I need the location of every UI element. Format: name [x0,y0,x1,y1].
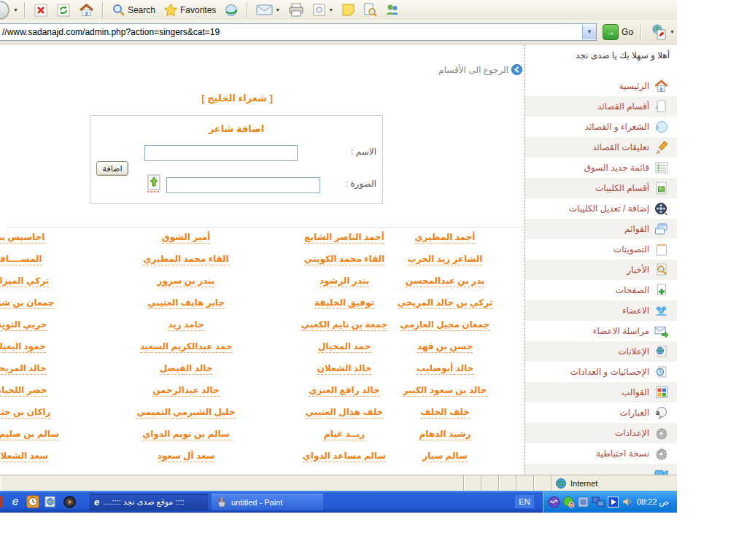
task-button-website[interactable]: e ....:::: موقع صدى نجد :::: [90,494,208,510]
poet-link[interactable]: خلف هذال العتيبي [271,404,417,426]
poet-link[interactable]: جمعان بن شرثان [0,295,91,316]
poet-link[interactable]: زيــد غيام [271,426,417,448]
poet-link[interactable]: بندر الرشود [271,273,417,295]
address-input[interactable]: //www.sadanajd.com/admin.php?action=sing… [0,23,597,41]
poet-link[interactable]: حمد المخيال [271,338,417,360]
poet-link[interactable]: حربي الثويني [0,316,91,338]
sidebar-item-market-new-list[interactable]: قائمة جديد السوق [525,158,677,178]
convert-to-pdf-button[interactable]: ▼ [649,23,677,41]
sidebar-item-add-edit-clips[interactable]: إضافة / تعديل الكليبات [525,198,677,219]
poet-link[interactable]: خالد رافع العنزي [271,382,417,404]
sidebar-item-message-members[interactable]: مراسلة الاعضاء [525,321,677,341]
address-dropdown-icon[interactable]: ▼ [582,25,596,39]
poet-link[interactable]: جابر هايف العتيبي [113,295,259,316]
refresh-button[interactable] [54,2,73,18]
stop-button[interactable] [31,2,50,18]
security-zone-pane: Internet [551,475,677,491]
poet-link[interactable]: سالم بن صليم القح [0,426,91,448]
poet-link[interactable]: جمعة بن نايم الكعبي [271,316,417,338]
poet-link[interactable]: احاسيس بدر [0,229,91,251]
poet-link[interactable]: خضر اللحياني [0,382,91,404]
poet-link[interactable]: خالد الشعلان [271,360,417,382]
system-tray: 08:22 ص [543,491,677,513]
poet-link[interactable]: سعد الشعلاني [0,448,91,470]
sidebar-item-stats-counters[interactable]: الإحصائيات و العدادات [525,362,677,382]
poet-link[interactable]: تركي الميزاني [0,273,91,295]
edit-dropdown-icon[interactable]: ▼ [328,7,333,12]
quicklaunch-clock-app-icon[interactable] [25,494,41,510]
tray-network-icon[interactable] [592,496,605,508]
sidebar-item-settings[interactable]: الإعدادات [525,423,677,443]
quicklaunch-ie-tool-icon[interactable] [42,494,58,510]
poet-link[interactable]: خليل الشبرمي التميمي [113,404,259,426]
sidebar-item-templates[interactable]: القوالب [525,382,677,402]
tray-audio-wave-icon[interactable] [548,496,560,508]
poet-link[interactable]: بندر بن سرور [113,273,259,295]
sidebar-item-clip-sections[interactable]: أقسام الكليبات [525,178,677,198]
poet-name-input[interactable] [144,145,298,161]
poet-link[interactable]: حمد عبدالكريم السعيد [113,338,259,360]
poet-link[interactable]: خالد المريخي [0,360,91,382]
poet-link[interactable]: المســــافر [0,251,91,273]
sidebar-item-label: الرئيسية [619,81,649,91]
poet-link[interactable]: راكان بن حثلين [0,404,91,426]
quicklaunch-ie-icon[interactable]: e [7,494,23,510]
mail-icon [256,4,273,16]
forward-dropdown-icon[interactable]: ▼ [13,7,18,12]
sidebar-item-poem-sections[interactable]: ♪ أقسام القصائد [525,96,677,117]
tray-volume-icon[interactable] [622,496,633,508]
add-button[interactable]: اضافة [96,161,128,176]
quicklaunch-media-player-icon[interactable] [61,494,77,510]
poet-image-input[interactable] [166,177,320,193]
language-indicator[interactable]: EN [515,495,534,508]
go-button[interactable]: → Go [603,24,633,40]
edit-button[interactable]: ▼ [310,2,336,18]
poet-link[interactable]: حمود البغيلي [0,338,91,360]
sidebar-item-poem-comments[interactable]: تعليقات القصائد [525,137,677,158]
search-button[interactable]: Search [109,2,158,18]
sidebar-item-pages[interactable]: الصفحات [525,280,677,300]
poet-link[interactable]: خالد عبدالرحمن [113,382,259,404]
back-to-sections-link[interactable]: الرجوع الى الأقسام [438,64,522,75]
task-button-paint[interactable]: untitled - Paint [212,494,323,510]
poet-link[interactable]: سالم مساعد الدواي [271,448,417,470]
clock-doc-icon [654,365,668,379]
tray-media-player-icon[interactable] [607,496,619,508]
sidebar-item-backup[interactable]: نسخة احتياطية [525,443,677,464]
poet-link[interactable]: حامد زيد [113,316,259,338]
sidebar-item-members[interactable]: الاعضاء [525,300,677,321]
address-url-text[interactable]: //www.sadanajd.com/admin.php?action=sing… [0,27,582,37]
poet-link[interactable]: القاء محمد الكويتي [271,251,417,273]
poet-link[interactable]: توفيق الخليفة [271,295,417,316]
mail-button[interactable]: ▼ [254,3,282,17]
sidebar-item-news[interactable]: الأخبار [525,260,677,280]
sidebar-item-polls[interactable]: التصويتات [525,239,677,260]
poet-link[interactable]: سعد آل سعود [113,448,259,470]
forward-button-icon[interactable] [0,1,9,20]
home-button[interactable] [77,2,96,18]
print-button[interactable] [286,2,306,18]
sidebar-item-cut-off[interactable] [525,464,677,475]
sidebar-item-ads[interactable]: الإعلانات [525,341,677,362]
sidebar-item-lists[interactable]: القوائم [525,219,677,239]
poet-link[interactable]: أحمد الناصر الشايع [271,229,417,251]
poet-link[interactable]: سالم بن تويم الدواي [113,426,259,448]
pdf-dropdown-icon[interactable]: ▼ [670,29,675,34]
poet-link[interactable]: أمير الشوق [113,229,259,251]
sidebar-item-poets-poems[interactable]: ♪ الشعراء و القصائد [525,117,677,137]
mail-dropdown-icon[interactable]: ▼ [275,7,280,12]
poet-link[interactable]: خالد الفيصل [113,360,259,382]
upload-image-icon[interactable] [146,174,162,193]
research-button[interactable] [361,2,379,18]
tray-antivirus-icon[interactable] [562,496,575,508]
sidebar-item-phrases[interactable]: a العبارات [525,402,677,423]
discuss-button[interactable] [339,2,357,18]
search-icon [112,3,125,17]
tray-clock[interactable]: 08:22 ص [637,497,669,507]
poet-link[interactable]: القاء محمد المطيري [113,251,259,273]
history-button[interactable] [222,2,241,18]
messenger-button[interactable] [383,2,401,18]
tray-app-icon[interactable] [577,496,589,508]
favorites-button[interactable]: Favorites [161,2,218,18]
sidebar-item-home[interactable]: الرئيسية [525,76,677,96]
